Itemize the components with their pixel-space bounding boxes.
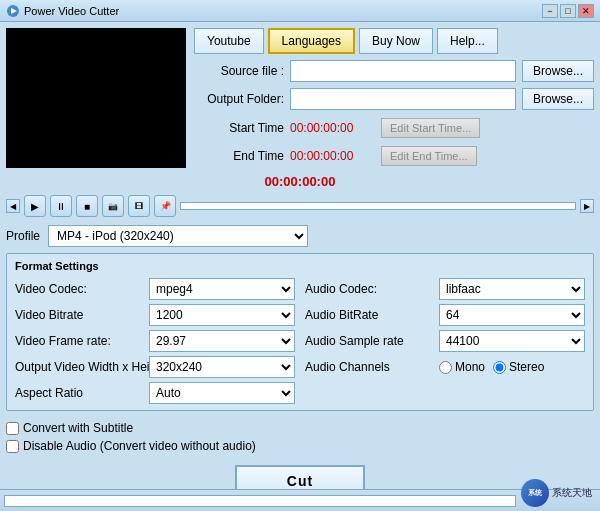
watermark-logo: 系统 [521,479,549,507]
output-folder-label: Output Folder: [194,92,284,106]
source-browse-button[interactable]: Browse... [522,60,594,82]
screenshot-button[interactable]: 📌 [154,195,176,217]
format-settings-title: Format Settings [15,260,585,272]
right-arrow-button[interactable]: ▶ [580,199,594,213]
audio-bitrate-select[interactable]: 64 [439,304,585,326]
audio-channels-label: Audio Channels [305,360,435,374]
stereo-label: Stereo [509,360,544,374]
frame-back-button[interactable]: 📷 [102,195,124,217]
stereo-radio[interactable] [493,361,506,374]
left-arrow-button[interactable]: ◀ [6,199,20,213]
output-size-select[interactable]: 320x240 [149,356,295,378]
help-button[interactable]: Help... [437,28,498,54]
youtube-button[interactable]: Youtube [194,28,264,54]
audio-samplerate-label: Audio Sample rate [305,334,435,348]
languages-button[interactable]: Languages [268,28,355,54]
audio-bitrate-label: Audio BitRate [305,308,435,322]
disable-audio-checkbox[interactable] [6,440,19,453]
aspect-ratio-label: Aspect Ratio [15,386,145,400]
watermark-text: 系统天地 [552,486,592,500]
status-bar: 系统 系统天地 [0,489,600,511]
start-time-value: 00:00:00:00 [290,121,375,135]
video-bitrate-select[interactable]: 1200 [149,304,295,326]
profile-select[interactable]: MP4 - iPod (320x240) [48,225,308,247]
subtitle-checkbox[interactable] [6,422,19,435]
maximize-button[interactable]: □ [560,4,576,18]
end-time-label: End Time [194,149,284,163]
output-folder-input[interactable] [290,88,516,110]
output-browse-button[interactable]: Browse... [522,88,594,110]
video-framerate-label: Video Frame rate: [15,334,145,348]
minimize-button[interactable]: − [542,4,558,18]
audio-samplerate-select[interactable]: 44100 [439,330,585,352]
buy-now-button[interactable]: Buy Now [359,28,433,54]
source-file-label: Source file : [194,64,284,78]
progress-bar [4,495,516,507]
play-button[interactable]: ▶ [24,195,46,217]
source-file-input[interactable] [290,60,516,82]
mono-label: Mono [455,360,485,374]
edit-start-time-button[interactable]: Edit Start Time... [381,118,480,138]
stop-button[interactable]: ■ [76,195,98,217]
audio-codec-label: Audio Codec: [305,282,435,296]
subtitle-label: Convert with Subtitle [23,421,133,435]
seek-bar[interactable] [180,202,576,210]
format-settings-section: Format Settings Video Codec: mpeg4 Audio… [6,253,594,411]
video-bitrate-label: Video Bitrate [15,308,145,322]
video-preview [6,28,186,168]
current-time-display: 00:00:00:00 [6,174,594,191]
aspect-ratio-select[interactable]: Auto [149,382,295,404]
disable-audio-label: Disable Audio (Convert video without aud… [23,439,256,453]
output-size-label: Output Video Width x Height [15,360,145,374]
frame-forward-button[interactable]: 🎞 [128,195,150,217]
pause-button[interactable]: ⏸ [50,195,72,217]
start-time-label: Start Time [194,121,284,135]
audio-codec-select[interactable]: libfaac [439,278,585,300]
profile-label: Profile [6,229,40,243]
title-bar: Power Video Cutter − □ ✕ [0,0,600,22]
mono-radio[interactable] [439,361,452,374]
app-icon [6,4,20,18]
edit-end-time-button[interactable]: Edit End Time... [381,146,477,166]
video-codec-select[interactable]: mpeg4 [149,278,295,300]
video-codec-label: Video Codec: [15,282,145,296]
close-button[interactable]: ✕ [578,4,594,18]
video-framerate-select[interactable]: 29.97 [149,330,295,352]
app-title: Power Video Cutter [24,5,542,17]
end-time-value: 00:00:00:00 [290,149,375,163]
watermark: 系统 系统天地 [521,479,592,507]
